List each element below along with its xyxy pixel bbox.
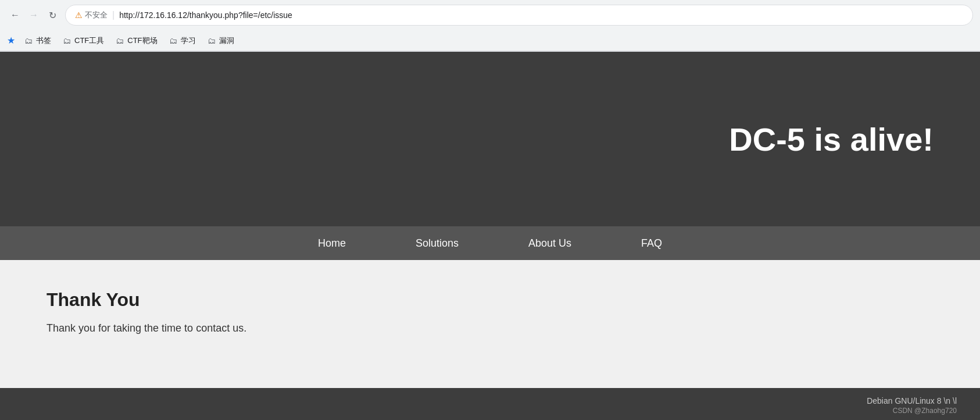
back-button[interactable]: ← xyxy=(7,7,23,23)
url-separator: | xyxy=(112,10,115,20)
security-label: 不安全 xyxy=(85,10,108,20)
nav-item-solutions[interactable]: Solutions xyxy=(381,226,493,260)
nav-buttons: ← → ↻ xyxy=(7,7,60,23)
bookmark-item-vuln[interactable]: 🗂 漏洞 xyxy=(203,33,239,48)
website-content: DC-5 is alive! Home Solutions About Us F… xyxy=(0,52,980,420)
browser-chrome: ← → ↻ ⚠ 不安全 | http://172.16.16.12/thanky… xyxy=(0,0,980,52)
bookmark-label: 学习 xyxy=(181,35,196,46)
nav-item-about-us[interactable]: About Us xyxy=(493,226,606,260)
footer-system-info: Debian GNU/Linux 8 \n \l xyxy=(867,396,957,405)
bookmark-label: CTF靶场 xyxy=(127,35,157,46)
bookmark-item-ctf-tools[interactable]: 🗂 CTF工具 xyxy=(58,33,109,48)
security-warning: ⚠ 不安全 xyxy=(75,10,108,20)
bookmarks-bar: ★ 🗂 书签 🗂 CTF工具 🗂 CTF靶场 🗂 学习 🗂 漏洞 xyxy=(0,30,980,51)
bookmark-label: 书签 xyxy=(36,35,51,46)
nav-item-faq[interactable]: FAQ xyxy=(606,226,697,260)
folder-icon: 🗂 xyxy=(208,36,216,45)
warning-icon: ⚠ xyxy=(75,10,83,20)
bookmark-item-study[interactable]: 🗂 学习 xyxy=(164,33,201,48)
folder-icon: 🗂 xyxy=(116,36,124,45)
hero-section: DC-5 is alive! xyxy=(0,52,980,226)
nav-item-home[interactable]: Home xyxy=(283,226,381,260)
url-display: http://172.16.16.12/thankyou.php?file=/e… xyxy=(119,10,963,20)
thank-you-body: Thank you for taking the time to contact… xyxy=(47,322,933,334)
bookmarks-star-icon: ★ xyxy=(7,35,15,46)
main-content: Thank You Thank you for taking the time … xyxy=(0,260,980,388)
hero-title: DC-5 is alive! xyxy=(729,120,933,158)
navigation-bar: Home Solutions About Us FAQ xyxy=(0,226,980,260)
footer-content: Debian GNU/Linux 8 \n \l CSDN @Zhaohg720 xyxy=(867,396,957,415)
address-bar[interactable]: ⚠ 不安全 | http://172.16.16.12/thankyou.php… xyxy=(65,5,973,26)
folder-icon: 🗂 xyxy=(63,36,71,45)
folder-icon: 🗂 xyxy=(24,36,33,45)
footer-credit: CSDN @Zhaohg720 xyxy=(893,407,957,415)
thank-you-heading: Thank You xyxy=(47,289,933,311)
bookmark-item-bookmarks[interactable]: 🗂 书签 xyxy=(20,33,56,48)
forward-button[interactable]: → xyxy=(26,7,42,23)
reload-button[interactable]: ↻ xyxy=(44,7,60,23)
bookmark-label: 漏洞 xyxy=(219,35,234,46)
bookmark-item-ctf-range[interactable]: 🗂 CTF靶场 xyxy=(111,33,162,48)
bookmark-label: CTF工具 xyxy=(74,35,104,46)
folder-icon: 🗂 xyxy=(169,36,177,45)
browser-toolbar: ← → ↻ ⚠ 不安全 | http://172.16.16.12/thanky… xyxy=(0,0,980,30)
footer: Debian GNU/Linux 8 \n \l CSDN @Zhaohg720 xyxy=(0,388,980,420)
